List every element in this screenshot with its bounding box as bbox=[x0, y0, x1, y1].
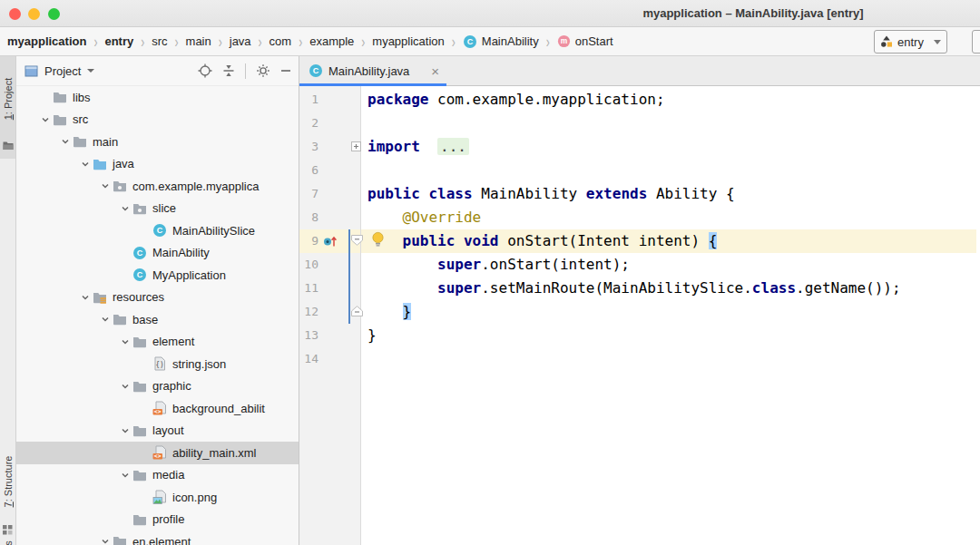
toolbar-button-partial[interactable] bbox=[972, 30, 980, 54]
line-number[interactable]: 1 bbox=[299, 88, 318, 112]
class-icon: C bbox=[132, 246, 148, 260]
line-number[interactable]: 7 bbox=[299, 182, 318, 206]
svg-text:{): {) bbox=[155, 361, 164, 369]
chevron-down-icon[interactable] bbox=[117, 202, 132, 215]
code-line-2[interactable]: 2 bbox=[299, 112, 980, 135]
line-number[interactable]: 2 bbox=[299, 112, 318, 135]
chevron-down-icon[interactable] bbox=[97, 535, 113, 545]
tree-item-icon-png[interactable]: icon.png bbox=[16, 486, 299, 509]
breadcrumb-item-main[interactable]: main bbox=[186, 34, 211, 48]
chevron-down-icon[interactable] bbox=[117, 424, 132, 437]
tree-item-ability-main-xml[interactable]: <>ability_main.xml bbox=[16, 442, 299, 464]
tree-item-graphic[interactable]: graphic bbox=[16, 375, 299, 398]
line-number[interactable]: 8 bbox=[299, 206, 318, 229]
tree-item-myapplication[interactable]: CMyApplication bbox=[16, 264, 299, 287]
collapse-all-button[interactable] bbox=[222, 63, 235, 78]
chevron-down-icon[interactable] bbox=[117, 469, 132, 482]
chevron-down-icon[interactable] bbox=[77, 291, 93, 304]
breadcrumb-item-src[interactable]: src bbox=[152, 34, 167, 48]
run-configuration-selector[interactable]: entry bbox=[874, 30, 947, 54]
tree-item-label: ability_main.xml bbox=[172, 446, 256, 460]
code-line-13[interactable]: 13} bbox=[299, 324, 980, 347]
chevron-down-icon bbox=[934, 40, 941, 44]
code-line-9[interactable]: 9 public void onStart(Intent intent) { bbox=[299, 229, 980, 253]
svg-text:<>: <> bbox=[154, 453, 162, 460]
tool-window-button-project[interactable]: 1: Project bbox=[3, 63, 14, 135]
code-line-1[interactable]: 1package com.example.myapplication; bbox=[299, 88, 980, 112]
folder-icon bbox=[132, 512, 148, 527]
tool-window-button-partial[interactable]: es bbox=[3, 535, 14, 545]
chevron-down-icon[interactable] bbox=[117, 380, 132, 393]
tree-item-string-json[interactable]: {)string.json bbox=[16, 353, 299, 375]
chevron-down-icon[interactable] bbox=[57, 135, 73, 148]
chevron-down-icon[interactable] bbox=[117, 336, 132, 348]
line-number[interactable]: 9 bbox=[299, 229, 318, 253]
json-icon: {) bbox=[152, 356, 168, 371]
tree-item-src[interactable]: src bbox=[16, 109, 299, 131]
tree-item-mainability[interactable]: CMainAbility bbox=[16, 242, 299, 265]
breadcrumb-item-java[interactable]: java bbox=[230, 34, 251, 48]
breadcrumb-item-com[interactable]: com bbox=[270, 34, 292, 48]
class-icon: C bbox=[309, 63, 323, 78]
tree-item-com-example-myapplica[interactable]: com.example.myapplica bbox=[16, 175, 299, 198]
code-line-8[interactable]: 8 @Override bbox=[299, 206, 980, 229]
breadcrumb-label: src bbox=[152, 34, 167, 48]
tree-item-element[interactable]: element bbox=[16, 331, 299, 354]
line-number[interactable]: 12 bbox=[299, 300, 318, 324]
tree-item-resources[interactable]: resources bbox=[16, 287, 299, 309]
tree-item-libs[interactable]: libs bbox=[16, 86, 299, 109]
tree-item-main[interactable]: main bbox=[16, 131, 299, 153]
tree-item-profile[interactable]: profile bbox=[16, 509, 299, 531]
chevron-down-icon[interactable] bbox=[97, 180, 113, 192]
chevron-down-icon[interactable] bbox=[87, 69, 94, 73]
chevron-down-icon[interactable] bbox=[97, 313, 113, 326]
tab-mainability-java[interactable]: C MainAbility.java × bbox=[299, 56, 446, 85]
breadcrumb-item-onstart[interactable]: monStart bbox=[557, 34, 613, 48]
line-number[interactable]: 3 bbox=[299, 135, 318, 159]
settings-gear-button[interactable] bbox=[256, 63, 270, 78]
close-tab-icon[interactable]: × bbox=[431, 64, 439, 78]
svg-text:m: m bbox=[560, 36, 567, 45]
breadcrumb-item-mainability[interactable]: CMainAbility bbox=[463, 34, 539, 49]
tree-item-en-element[interactable]: en.element bbox=[16, 530, 299, 545]
tree-item-slice[interactable]: slice bbox=[16, 198, 299, 220]
line-number[interactable]: 6 bbox=[299, 159, 318, 182]
breadcrumb-item-example[interactable]: example bbox=[309, 34, 354, 48]
folder-icon bbox=[53, 90, 68, 104]
line-number[interactable]: 14 bbox=[299, 347, 318, 371]
tool-window-button-structure[interactable]: 7: Structure bbox=[3, 443, 14, 520]
code-line-14[interactable]: 14 bbox=[299, 347, 980, 371]
tree-item-background-abilit[interactable]: <>background_abilit bbox=[16, 397, 299, 420]
chevron-down-icon[interactable] bbox=[77, 158, 93, 170]
breadcrumb-separator-icon: › bbox=[546, 32, 550, 51]
code-line-10[interactable]: 10 super.onStart(intent); bbox=[299, 253, 980, 277]
tree-item-layout[interactable]: layout bbox=[16, 420, 299, 443]
locate-file-button[interactable] bbox=[198, 63, 212, 78]
tree-item-label: icon.png bbox=[172, 491, 217, 504]
code-editor[interactable]: 1package com.example.myapplication;23imp… bbox=[299, 86, 980, 545]
tree-item-media[interactable]: media bbox=[16, 464, 299, 487]
code-text: @Override bbox=[368, 206, 481, 229]
code-line-12[interactable]: 12 } bbox=[299, 300, 980, 324]
line-number[interactable]: 13 bbox=[299, 324, 318, 347]
breadcrumb-item-myapplication[interactable]: myapplication bbox=[7, 34, 86, 48]
line-number[interactable]: 11 bbox=[299, 277, 318, 300]
chevron-down-icon[interactable] bbox=[37, 113, 53, 126]
breadcrumb-item-entry[interactable]: entry bbox=[104, 34, 133, 48]
breadcrumb-item-myapplication[interactable]: myapplication bbox=[372, 34, 445, 48]
code-line-3[interactable]: 3import ... bbox=[299, 135, 980, 159]
code-lines[interactable]: 1package com.example.myapplication;23imp… bbox=[299, 88, 980, 371]
tree-item-mainabilityslice[interactable]: CMainAbilitySlice bbox=[16, 219, 299, 242]
code-text: import ... bbox=[368, 135, 469, 159]
code-line-11[interactable]: 11 super.setMainRoute(MainAbilitySlice.c… bbox=[299, 277, 980, 300]
hide-tool-window-button[interactable] bbox=[280, 63, 291, 78]
code-line-7[interactable]: 7public class MainAbility extends Abilit… bbox=[299, 182, 980, 206]
minimize-window-button[interactable] bbox=[28, 8, 40, 20]
tool-window-stripe: 1: Project 7: Structure es bbox=[0, 56, 16, 545]
tree-item-java[interactable]: java bbox=[16, 153, 299, 176]
fullscreen-window-button[interactable] bbox=[48, 8, 60, 20]
line-number[interactable]: 10 bbox=[299, 253, 318, 277]
code-line-6[interactable]: 6 bbox=[299, 159, 980, 182]
close-window-button[interactable] bbox=[9, 8, 21, 20]
tree-item-base[interactable]: base bbox=[16, 308, 299, 331]
